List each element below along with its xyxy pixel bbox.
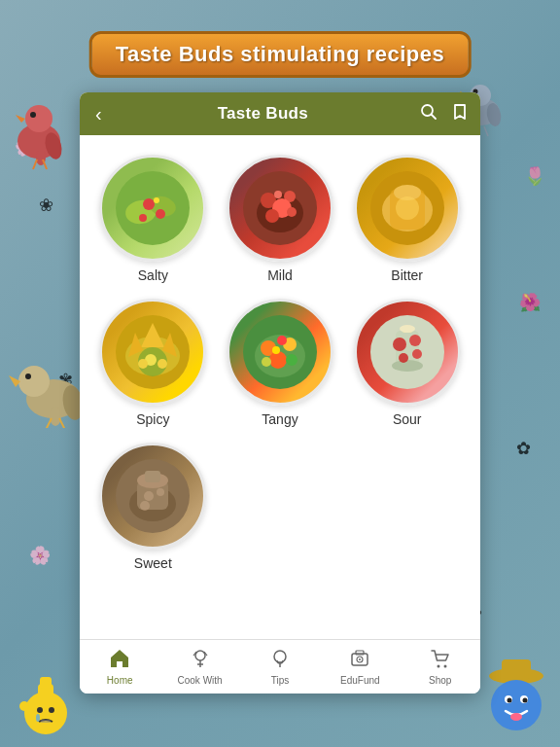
category-circle-mild	[227, 155, 333, 262]
tab-shop[interactable]: Shop	[411, 648, 470, 686]
tab-cook-with[interactable]: Cook With	[171, 648, 229, 686]
category-circle-spicy	[99, 299, 206, 406]
edufund-icon	[349, 648, 370, 673]
tab-edufund[interactable]: EduFund	[331, 648, 389, 686]
svg-point-46	[156, 209, 165, 219]
flower-decor: ❀	[39, 195, 53, 216]
tab-tips[interactable]: Tips	[251, 648, 309, 686]
category-label-spicy: Spicy	[136, 411, 169, 427]
flower-decor: ✾	[58, 370, 73, 391]
tab-edufund-label: EduFund	[340, 675, 380, 686]
app-container: ‹ Taste Buds	[80, 92, 480, 694]
search-icon[interactable]	[420, 103, 438, 125]
svg-point-94	[144, 491, 154, 501]
svg-point-86	[412, 349, 422, 359]
category-tangy[interactable]: Tangy	[217, 299, 344, 427]
svg-point-45	[143, 198, 155, 210]
tab-tips-label: Tips	[271, 675, 290, 686]
shop-icon	[430, 648, 451, 673]
svg-point-85	[399, 353, 408, 363]
tab-shop-label: Shop	[429, 675, 451, 686]
back-button[interactable]: ‹	[91, 99, 106, 129]
svg-point-76	[286, 354, 298, 366]
svg-point-61	[396, 196, 419, 220]
category-label-sweet: Sweet	[134, 555, 172, 571]
svg-point-69	[158, 359, 167, 369]
svg-point-55	[287, 207, 297, 217]
svg-point-47	[139, 214, 147, 222]
svg-point-102	[274, 651, 286, 662]
tab-cook-with-label: Cook With	[178, 675, 223, 686]
svg-point-95	[157, 488, 164, 496]
category-bitter[interactable]: Bitter	[343, 155, 471, 283]
category-label-sour: Sour	[393, 411, 422, 427]
tab-home[interactable]: Home	[90, 648, 149, 686]
nav-icons	[420, 103, 469, 125]
tips-icon	[269, 648, 291, 673]
category-label-tangy: Tangy	[262, 411, 298, 427]
svg-point-78	[277, 336, 287, 345]
svg-point-109	[443, 665, 446, 668]
svg-point-77	[262, 357, 271, 367]
svg-point-48	[154, 197, 159, 203]
category-circle-sour	[354, 299, 461, 406]
cook-with-icon	[190, 648, 211, 673]
tab-bar: Home Cook With	[80, 639, 480, 694]
title-banner-text: Taste Buds stimulating recipes	[116, 42, 445, 66]
svg-point-84	[409, 335, 421, 346]
category-sour[interactable]: Sour	[343, 299, 471, 427]
category-spicy[interactable]: Spicy	[89, 299, 217, 427]
svg-point-82	[392, 360, 423, 372]
tab-home-label: Home	[107, 675, 133, 686]
svg-point-54	[265, 209, 279, 223]
svg-point-56	[274, 191, 282, 198]
flower-decor: ✿	[516, 438, 531, 459]
content-area: Salty Mild	[80, 135, 480, 639]
svg-point-96	[140, 501, 150, 511]
svg-point-88	[400, 325, 415, 333]
category-circle-sweet	[99, 443, 206, 550]
svg-point-97	[195, 651, 205, 660]
svg-point-108	[437, 665, 439, 668]
category-label-salty: Salty	[138, 267, 168, 283]
svg-line-41	[431, 114, 436, 119]
svg-rect-107	[356, 651, 364, 655]
flower-decor: 🌸	[29, 545, 51, 566]
flower-decor: 🌷	[524, 165, 545, 187]
category-salty[interactable]: Salty	[89, 155, 217, 283]
svg-point-79	[272, 346, 280, 354]
svg-point-75	[269, 351, 287, 369]
flower-decor: 🌸	[15, 136, 36, 158]
bookmark-icon[interactable]	[451, 103, 469, 125]
nav-bar: ‹ Taste Buds	[80, 92, 480, 135]
home-icon	[109, 648, 130, 673]
category-label-bitter: Bitter	[391, 267, 423, 283]
flower-decor: 🌺	[519, 292, 541, 313]
title-banner: Taste Buds stimulating recipes	[89, 31, 472, 78]
svg-point-83	[393, 338, 406, 351]
category-mild[interactable]: Mild	[217, 155, 344, 283]
category-circle-bitter	[354, 155, 461, 262]
category-circle-tangy	[227, 299, 333, 406]
category-circle-salty	[99, 155, 206, 262]
category-sweet[interactable]: Sweet	[89, 443, 217, 571]
nav-title: Taste Buds	[218, 104, 308, 124]
svg-point-70	[138, 359, 148, 369]
svg-point-106	[359, 658, 361, 660]
category-label-mild: Mild	[267, 267, 293, 283]
svg-rect-93	[145, 471, 160, 482]
